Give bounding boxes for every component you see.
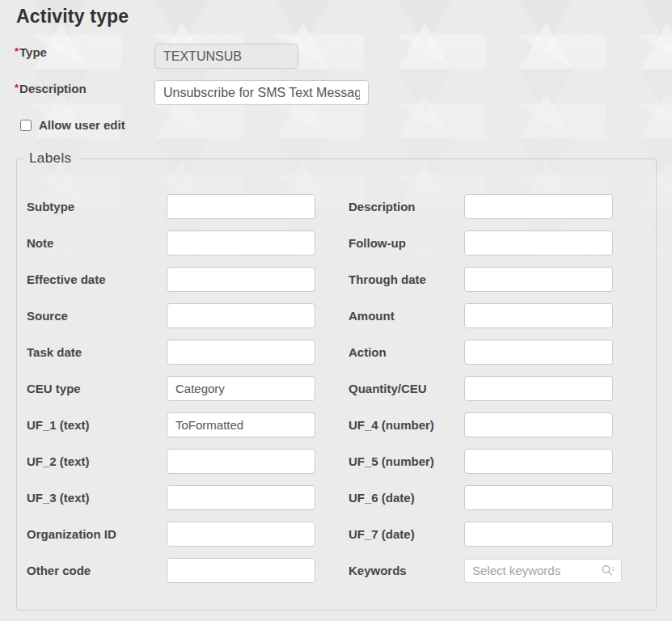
search-list-icon	[601, 564, 615, 577]
description-label-text: Description	[19, 82, 87, 95]
labels-legend: Labels	[23, 150, 78, 167]
field-input-uf-4-number[interactable]	[464, 412, 613, 437]
field-label-task-date: Task date	[27, 345, 82, 359]
field-label-action: Action	[349, 345, 387, 359]
field-input-ceu-type[interactable]	[167, 376, 315, 401]
allow-user-edit-label: Allow user edit	[39, 118, 125, 132]
field-label-keywords: Keywords	[349, 564, 407, 577]
field-label-uf-6-date: UF_6 (date)	[349, 491, 415, 505]
field-label-effective-date: Effective date	[27, 272, 106, 286]
column-spacer	[315, 340, 349, 365]
labels-grid: SubtypeDescriptionNoteFollow-upEffective…	[17, 167, 656, 583]
field-input-through-date[interactable]	[464, 267, 613, 292]
field-input-subtype[interactable]	[167, 194, 315, 219]
field-input-uf-1-text[interactable]	[167, 412, 315, 437]
field-label-organization-id: Organization ID	[27, 527, 116, 541]
field-label-uf-1-text: UF_1 (text)	[27, 418, 90, 432]
field-input-follow-up[interactable]	[464, 230, 613, 256]
description-label: *Description	[15, 82, 87, 95]
field-input-task-date[interactable]	[167, 340, 315, 365]
field-label-subtype: Subtype	[27, 200, 74, 213]
field-input-uf-6-date[interactable]	[464, 485, 613, 510]
column-spacer	[315, 485, 349, 510]
type-input[interactable]	[154, 44, 298, 69]
required-marker: *	[15, 82, 19, 94]
field-label-quantity-ceu: Quantity/CEU	[349, 382, 427, 395]
field-label-through-date: Through date	[349, 272, 426, 286]
column-spacer	[315, 303, 349, 328]
type-label: *Type	[15, 45, 47, 59]
field-label-amount: Amount	[349, 309, 395, 323]
activity-type-page: Activity type *Type *Description Allow u…	[0, 0, 672, 621]
keywords-select[interactable]: Select keywords	[464, 559, 622, 583]
field-label-description: Description	[349, 200, 416, 213]
page-title: Activity type	[16, 6, 129, 27]
field-input-organization-id[interactable]	[167, 522, 315, 547]
field-label-uf-3-text: UF_3 (text)	[27, 491, 90, 505]
column-spacer	[315, 194, 349, 219]
field-label-uf-7-date: UF_7 (date)	[349, 527, 415, 541]
field-input-uf-5-number[interactable]	[464, 449, 613, 474]
field-input-other-code[interactable]	[167, 558, 315, 583]
field-input-action[interactable]	[464, 340, 613, 365]
field-input-effective-date[interactable]	[167, 267, 315, 292]
field-label-follow-up: Follow-up	[349, 236, 406, 250]
field-label-uf-5-number: UF_5 (number)	[349, 454, 434, 468]
field-input-quantity-ceu[interactable]	[464, 376, 613, 401]
field-input-uf-3-text[interactable]	[167, 485, 315, 510]
field-input-description[interactable]	[464, 194, 613, 219]
field-label-note: Note	[27, 236, 53, 250]
column-spacer	[315, 449, 349, 474]
field-label-ceu-type: CEU type	[27, 382, 81, 395]
allow-user-edit-checkbox[interactable]	[20, 120, 32, 131]
column-spacer	[315, 522, 349, 547]
field-label-uf-4-number: UF_4 (number)	[349, 418, 434, 432]
field-input-note[interactable]	[167, 230, 315, 256]
description-input[interactable]	[154, 80, 369, 105]
field-label-other-code: Other code	[27, 564, 91, 577]
required-marker: *	[15, 45, 19, 57]
column-spacer	[315, 230, 349, 256]
allow-user-edit-row: Allow user edit	[20, 118, 125, 132]
field-input-amount[interactable]	[464, 303, 613, 328]
column-spacer	[315, 412, 349, 437]
field-input-source[interactable]	[167, 303, 315, 328]
keywords-placeholder: Select keywords	[472, 564, 560, 577]
field-input-uf-7-date[interactable]	[464, 522, 613, 547]
field-label-source: Source	[27, 309, 68, 323]
field-input-uf-2-text[interactable]	[167, 449, 315, 474]
field-label-uf-2-text: UF_2 (text)	[27, 454, 90, 468]
type-label-text: Type	[19, 45, 47, 59]
column-spacer	[315, 558, 349, 583]
column-spacer	[315, 376, 349, 401]
column-spacer	[315, 267, 349, 292]
labels-fieldset: Labels SubtypeDescriptionNoteFollow-upEf…	[16, 150, 657, 610]
